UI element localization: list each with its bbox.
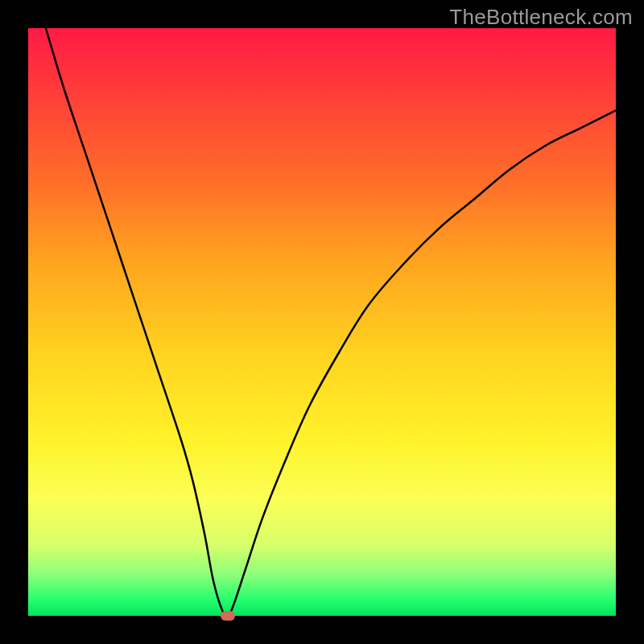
chart-frame: TheBottleneck.com: [0, 0, 644, 644]
bottleneck-curve: [28, 28, 616, 616]
minimum-marker: [221, 611, 235, 621]
plot-area: [28, 28, 616, 616]
watermark-text: TheBottleneck.com: [449, 5, 633, 30]
curve-path: [46, 28, 616, 616]
